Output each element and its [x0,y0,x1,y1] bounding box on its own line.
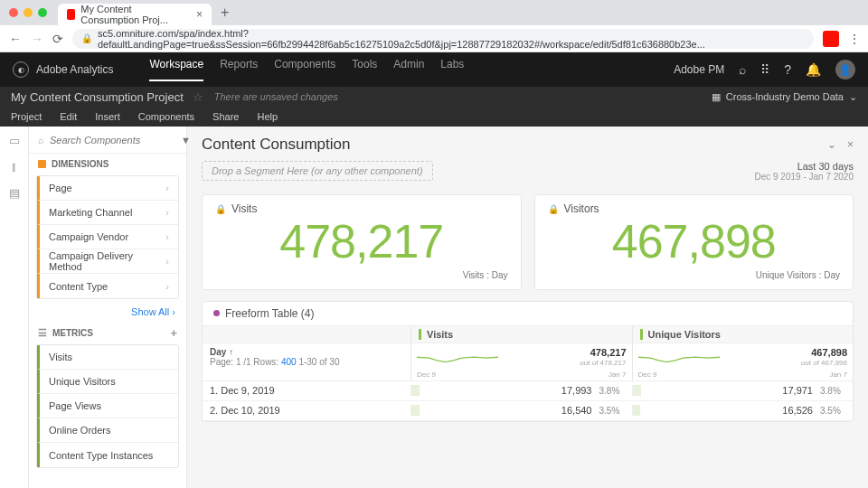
chevron-down-icon: ⌄ [849,91,857,103]
nav-tools[interactable]: Tools [352,58,377,81]
project-bar: My Content Consumption Project ☆ There a… [0,87,868,107]
column-header-unique-visitors[interactable]: Unique Visitors [632,326,854,343]
card-value: 478,217 [215,217,508,267]
workspace: ▭ ⫿ ▤ ⌕ ▼ DIMENSIONS Page› Marketing Cha… [0,127,868,488]
browser-menu-icon[interactable]: ⋮ [848,32,859,46]
new-tab-button[interactable]: + [221,5,229,21]
notifications-icon[interactable]: 🔔 [806,62,821,77]
dimensions-header: DIMENSIONS [29,154,186,174]
search-input[interactable] [50,135,175,145]
reload-button[interactable]: ⟳ [52,32,63,46]
menu-edit[interactable]: Edit [60,111,77,122]
nav-workspace[interactable]: Workspace [149,58,203,81]
metric-item[interactable]: Unique Visitors [37,370,178,394]
summary-card-visitors[interactable]: 🔒Visitors 467,898 Unique Visitors : Day [534,194,854,290]
browser-tab-strip: My Content Consumption Proj... × + [0,0,868,25]
account-name[interactable]: Adobe PM [674,63,724,76]
tab-close-icon[interactable]: × [196,8,203,21]
maximize-window-icon[interactable] [38,8,47,17]
nav-reports[interactable]: Reports [220,58,258,81]
dimension-item[interactable]: Campaign Vendor› [37,225,178,249]
report-suite-icon: ▦ [712,91,721,103]
back-button[interactable]: ← [9,32,22,46]
date-range-picker[interactable]: Last 30 days Dec 9 2019 - Jan 7 2020 [754,161,854,182]
panel-title: Content Consumption [202,136,350,154]
date-range-label: Last 30 days [754,161,854,172]
collapse-icon[interactable]: ⌄ [827,138,836,151]
cell-value: 17,9933.8% [410,385,632,396]
summary-card-visits[interactable]: 🔒Visits 478,217 Visits : Day [202,194,522,290]
chevron-right-icon: › [165,231,169,242]
panels-icon[interactable]: ▭ [9,134,20,147]
chevron-right-icon: › [165,256,169,267]
search-icon[interactable]: ⌕ [739,62,746,77]
chevron-right-icon: › [165,207,169,218]
nav-admin[interactable]: Admin [393,58,424,81]
canvas: Content Consumption ⌄ × Drop a Segment H… [187,127,868,488]
browser-toolbar: ← → ⟳ 🔒 sc5.omniture.com/spa/index.html?… [0,25,868,52]
url-text: sc5.omniture.com/spa/index.html?defaultL… [98,28,805,50]
lock-icon: 🔒 [81,33,92,43]
minimize-window-icon[interactable] [24,8,33,17]
dimension-item[interactable]: Marketing Channel› [37,201,178,225]
freeform-table[interactable]: Freeform Table (4) Visits Unique Visitor… [202,301,854,422]
chevron-right-icon: › [165,183,169,193]
freeform-title: Freeform Table (4) [225,307,314,320]
metric-item[interactable]: Page Views [37,394,178,418]
app-nav: Workspace Reports Components Tools Admin… [149,58,464,81]
forward-button[interactable]: → [31,32,43,46]
lock-icon: 🔒 [215,204,226,214]
left-rail: ▭ ⫿ ▤ [0,127,29,488]
table-row[interactable]: 2. Dec 10, 201916,5403.5%16,5263.5% [203,401,853,421]
menu-share[interactable]: Share [212,111,239,122]
components-icon[interactable]: ▤ [9,186,20,200]
menu-components[interactable]: Components [138,111,194,122]
components-panel: ⌕ ▼ DIMENSIONS Page› Marketing Channel› … [29,127,187,488]
card-subtitle: Visits : Day [215,270,508,280]
metric-icon: ☰ [38,327,47,339]
user-avatar[interactable]: 👤 [835,60,855,80]
dimension-item[interactable]: Content Type› [37,274,178,298]
table-row[interactable]: 1. Dec 9, 201917,9933.8%17,9713.8% [203,381,853,401]
project-menu-bar: Project Edit Insert Components Share Hel… [0,107,868,127]
close-icon[interactable]: × [847,138,854,151]
menu-help[interactable]: Help [257,111,278,122]
metric-item[interactable]: Content Type Instances [37,443,178,467]
column-header-visits[interactable]: Visits [410,326,632,343]
show-all-link[interactable]: Show All › [29,301,186,323]
dimension-item[interactable]: Campaign Delivery Method› [37,249,178,274]
component-search: ⌕ ▼ [29,127,186,154]
tab-title: My Content Consumption Proj... [80,4,191,25]
row-label: 1. Dec 9, 2019 [203,385,410,396]
sparkline-visits: 478,217 out of 478,217 Dec 9Jan 7 [410,343,632,380]
address-bar[interactable]: 🔒 sc5.omniture.com/spa/index.html?defaul… [72,29,814,49]
date-range-value: Dec 9 2019 - Jan 7 2020 [754,172,854,182]
help-icon[interactable]: ? [784,62,791,77]
menu-insert[interactable]: Insert [95,111,120,122]
nav-components[interactable]: Components [274,58,335,81]
viz-type-icon [213,310,220,316]
close-window-icon[interactable] [9,8,18,17]
summary-cards: 🔒Visits 478,217 Visits : Day 🔒Visitors 4… [202,194,854,290]
sparkline-visitors: 467,898 out of 467,898 Dec 9Jan 7 [632,343,854,380]
metric-item[interactable]: Online Orders [37,418,178,443]
apps-icon[interactable]: ⠿ [760,62,769,77]
app-logo-icon: ◐ [13,61,29,78]
browser-tab[interactable]: My Content Consumption Proj... × [58,4,212,25]
chevron-right-icon: › [165,281,169,292]
visualizations-icon[interactable]: ⫿ [11,160,17,174]
report-suite-selector[interactable]: ▦ Cross-Industry Demo Data ⌄ [712,91,857,103]
card-value: 467,898 [548,217,841,267]
nav-labs[interactable]: Labs [440,58,464,81]
metric-item[interactable]: Visits [37,345,178,370]
dimension-item[interactable]: Page› [37,176,178,201]
lock-icon: 🔒 [548,204,559,214]
metrics-header: ☰ METRICS + [29,323,186,343]
extension-icon[interactable] [823,31,839,47]
segment-dropzone[interactable]: Drop a Segment Here (or any other compon… [202,161,433,181]
freeform-header: Freeform Table (4) [203,302,853,325]
add-metric-icon[interactable]: + [170,326,177,340]
menu-project[interactable]: Project [11,111,42,122]
card-title: Visits [231,202,257,215]
favorite-icon[interactable]: ☆ [193,90,203,104]
